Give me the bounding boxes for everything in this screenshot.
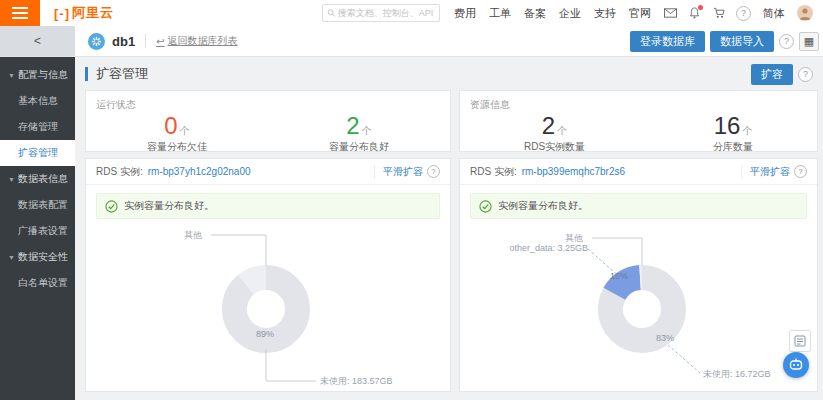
page-title: 扩容管理	[85, 67, 148, 81]
main-content: 扩容管理 扩容 ? 运行状态 0个 容量分布欠佳 2个 容量分布良好 资源信息 …	[75, 56, 823, 400]
slice-pct-unused: 89%	[256, 329, 274, 339]
stat-rds-count: 2个 RDS实例数量	[524, 113, 585, 154]
sidebar-item-table-config[interactable]: 数据表配置	[0, 192, 75, 218]
sidebar: ▼ 配置与信息 基本信息 存储管理 扩容管理 ▼ 数据表信息 数据表配置 广播表…	[0, 56, 75, 400]
chevron-down-icon: ▼	[8, 176, 15, 183]
capacity-donut-chart: 其他 other_data: 3.25GB 16% 83% 未使用: 16.72…	[460, 221, 817, 391]
slice-pct-other-data: 16%	[610, 271, 628, 281]
back-to-db-list-link[interactable]: ↩ 返回数据库列表	[145, 34, 237, 48]
stat-capacity-good: 2个 容量分布良好	[329, 113, 389, 154]
slice-label-unused: 未使用: 16.72GB	[703, 368, 771, 381]
resource-panel-title: 资源信息	[460, 91, 817, 112]
resource-panel: 资源信息 2个 RDS实例数量 16个 分库数量	[459, 90, 818, 152]
nav-billing[interactable]: 费用	[454, 6, 476, 21]
smooth-expand-link[interactable]: 平滑扩容 ?	[741, 165, 807, 179]
nav-icp[interactable]: 备案	[524, 6, 546, 21]
check-circle-icon	[479, 200, 492, 213]
smooth-expand-help-icon[interactable]: ?	[794, 165, 807, 178]
chevron-down-icon: ▼	[8, 254, 15, 261]
feedback-widget-button[interactable]	[789, 330, 811, 352]
capacity-ok-alert: 实例容量分布良好。	[470, 193, 807, 219]
global-search[interactable]	[322, 4, 440, 22]
header-help-icon[interactable]: ?	[779, 34, 794, 49]
topbar: [-] 阿里云 费用 工单 备案 企业 支持 官网 ? 简体	[0, 0, 823, 26]
rds-instance-id-link[interactable]: rm-bp37yh1c2g02na00	[148, 166, 251, 177]
nav-enterprise[interactable]: 企业	[559, 6, 581, 21]
capacity-donut-chart: 其他 89% 未使用: 183.57GB	[86, 221, 450, 391]
slice-label-other-data: other_data: 3.25GB	[488, 243, 588, 253]
return-arrow-icon: ↩	[156, 36, 164, 47]
language-selector[interactable]: 简体	[763, 6, 785, 21]
rds-instance-label: RDS 实例:	[470, 165, 517, 179]
sidebar-group-config[interactable]: ▼ 配置与信息	[0, 62, 75, 88]
logo-text: 阿里云	[72, 4, 114, 22]
logo-bracket-icon: [-]	[54, 6, 70, 21]
db-title: db1	[112, 34, 135, 49]
database-icon	[88, 33, 105, 50]
data-import-button[interactable]: 数据导入	[710, 31, 774, 52]
sidebar-item-whitelist[interactable]: 白名单设置	[0, 270, 75, 296]
help-icon[interactable]: ?	[736, 6, 751, 21]
topbar-icons: ?	[664, 6, 751, 21]
rds-instance-card: RDS 实例: rm-bp399emqhc7br2s6 平滑扩容 ? 实例容量分…	[459, 158, 818, 392]
slice-label-other: 其他	[184, 229, 202, 242]
chevron-down-icon: ▼	[8, 72, 15, 79]
rds-instance-label: RDS 实例:	[96, 165, 143, 179]
slice-label-unused: 未使用: 183.57GB	[320, 375, 393, 388]
sidebar-item-basic-info[interactable]: 基本信息	[0, 88, 75, 114]
search-icon	[327, 8, 336, 18]
search-input[interactable]	[336, 7, 435, 19]
mail-icon[interactable]	[664, 7, 677, 20]
status-panel-title: 运行状态	[86, 91, 450, 112]
login-database-button[interactable]: 登录数据库	[630, 31, 705, 52]
user-avatar[interactable]	[797, 5, 813, 21]
topnav: 费用 工单 备案 企业 支持 官网	[454, 6, 651, 21]
header-actions: 登录数据库 数据导入 ? ▦	[630, 31, 819, 52]
expand-help-icon[interactable]: ?	[798, 67, 813, 82]
nav-website[interactable]: 官网	[629, 6, 651, 21]
slice-pct-unused: 83%	[656, 333, 674, 343]
status-panel: 运行状态 0个 容量分布欠佳 2个 容量分布良好	[85, 90, 451, 152]
stat-capacity-bad: 0个 容量分布欠佳	[147, 113, 207, 154]
hamburger-menu-icon[interactable]	[0, 0, 40, 26]
sidebar-item-broadcast-table[interactable]: 广播表设置	[0, 218, 75, 244]
notification-dot	[698, 5, 703, 10]
smooth-expand-help-icon[interactable]: ?	[427, 165, 440, 178]
db-header: < db1 ↩ 返回数据库列表 登录数据库 数据导入 ? ▦	[0, 26, 823, 57]
sidebar-collapse-button[interactable]: <	[0, 26, 75, 56]
bell-icon[interactable]	[688, 7, 701, 20]
customer-service-robot-button[interactable]	[783, 352, 809, 378]
cart-icon[interactable]	[712, 7, 725, 20]
sidebar-item-expansion[interactable]: 扩容管理	[0, 140, 75, 166]
sidebar-group-security[interactable]: ▼ 数据安全性	[0, 244, 75, 270]
sidebar-group-tables[interactable]: ▼ 数据表信息	[0, 166, 75, 192]
smooth-expand-link[interactable]: 平滑扩容 ?	[374, 165, 440, 179]
rds-instance-id-link[interactable]: rm-bp399emqhc7br2s6	[522, 166, 625, 177]
nav-support[interactable]: 支持	[594, 6, 616, 21]
sidebar-item-storage[interactable]: 存储管理	[0, 114, 75, 140]
rds-instance-card: RDS 实例: rm-bp37yh1c2g02na00 平滑扩容 ? 实例容量分…	[85, 158, 451, 392]
check-circle-icon	[105, 200, 118, 213]
aliyun-logo[interactable]: [-] 阿里云	[54, 4, 114, 22]
expand-button[interactable]: 扩容	[751, 64, 793, 85]
grid-view-icon[interactable]: ▦	[799, 32, 819, 51]
nav-tickets[interactable]: 工单	[489, 6, 511, 21]
capacity-ok-alert: 实例容量分布良好。	[96, 193, 440, 219]
stat-shard-count: 16个 分库数量	[713, 113, 753, 154]
